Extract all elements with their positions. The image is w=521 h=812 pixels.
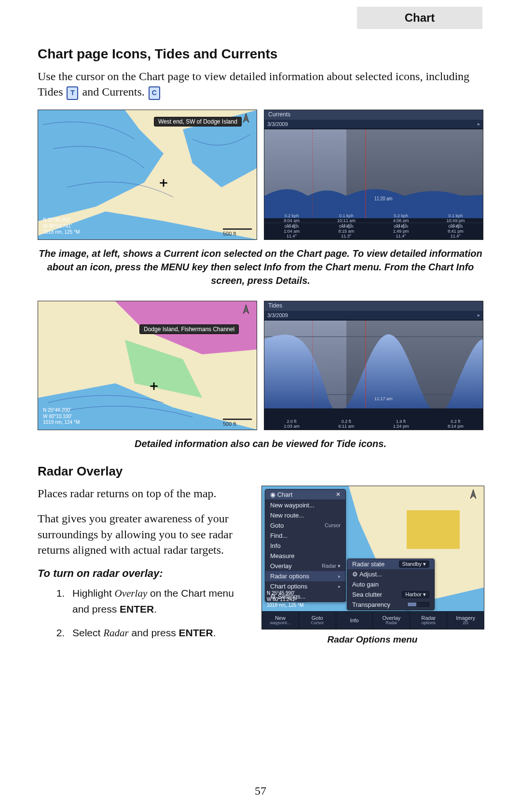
close-icon[interactable]: ✕ xyxy=(336,491,341,498)
radar-options-submenu: Radar state Standby ▾ ⚙ Adjust... Auto g… xyxy=(347,559,435,610)
tides-date: 3/3/2009 xyxy=(267,312,288,318)
caption-3: Radar Options menu xyxy=(261,634,483,645)
tides-cols: 2.0 ft1:03 am 0.2 ft6:11 am 1.9 ft1:24 p… xyxy=(264,418,483,430)
date-chev-icon[interactable]: ▸ xyxy=(478,121,480,126)
figure-row-1: West end, SW of Dodge Island ＋ N 25°46.3… xyxy=(38,110,483,240)
north-indicator-icon-2 xyxy=(240,304,252,319)
menu-overlay[interactable]: OverlayRadar ▾ xyxy=(265,561,345,571)
softkey-imagery[interactable]: Imagery2D xyxy=(447,612,484,629)
menu-radar-options[interactable]: Radar options▸ xyxy=(265,571,345,581)
position-overlay-3: N 25°45.990' W 80°11.241' 1018 nm, 125 °… xyxy=(267,590,303,609)
chart-screenshot-2: Dodge Island, Fishermans Channel ＋ N 25°… xyxy=(38,301,257,430)
submenu-radar-state[interactable]: Radar state Standby ▾ xyxy=(347,559,434,569)
softkey-radar-options[interactable]: Radaroptions xyxy=(410,612,447,629)
location-label-1: West end, SW of Dodge Island xyxy=(154,117,242,126)
radar-text-col: Places radar returns on top of the map. … xyxy=(38,486,252,650)
currents-cols-bottom: 0.0 kph1:04 am11.4° 0.0 kph8:15 am11.3° … xyxy=(264,223,483,239)
radar-p1: Places radar returns on top of the map. xyxy=(38,486,252,501)
menu-find[interactable]: Find... xyxy=(265,531,345,541)
lat-text: N 25°46.358' xyxy=(43,217,80,224)
scale-bar-1: 500 ft xyxy=(223,228,252,237)
intro-text-b: and Currents. xyxy=(82,85,144,98)
north-indicator-icon xyxy=(240,113,252,127)
nav-text: 1018 nm, 125 °M xyxy=(43,229,80,236)
tide-icon: T xyxy=(67,86,78,100)
cursor-icon-2: ＋ xyxy=(147,377,161,395)
intro-paragraph: Use the cursor on the Chart page to view… xyxy=(38,69,483,100)
tides-title: Tides xyxy=(264,301,483,311)
radar-p2: That gives you greater awareness of your… xyxy=(38,511,252,558)
tides-panel: Tides 3/3/2009 ▸ xyxy=(264,301,483,430)
currents-date: 3/3/2009 xyxy=(267,121,288,127)
radar-subhead: To turn on radar overlay: xyxy=(38,567,252,580)
submenu-transparency[interactable]: Transparency xyxy=(347,600,434,610)
figure-row-2: Dodge Island, Fishermans Channel ＋ N 25°… xyxy=(38,301,483,430)
north-indicator-icon-3 xyxy=(467,489,479,504)
step-2: Select Radar and press ENTER. xyxy=(68,625,252,641)
submenu-sea-clutter[interactable]: Sea clutter Harbor ▾ xyxy=(347,589,434,600)
date-chev-icon-2[interactable]: ▸ xyxy=(478,312,480,318)
location-label-2: Dodge Island, Fishermans Channel xyxy=(139,324,239,334)
submenu-adjust[interactable]: ⚙ Adjust... xyxy=(347,569,434,579)
tides-date-row: 3/3/2009 ▸ xyxy=(264,311,483,320)
location-label-text-2: Dodge Island, Fishermans Channel xyxy=(144,326,234,333)
softkey-new-waypoint[interactable]: Newwaypoint... xyxy=(262,612,299,629)
step-1: Highlight Overlay on the Chart menu and … xyxy=(68,586,252,616)
menu-info[interactable]: Info xyxy=(265,541,345,551)
menu-new-waypoint[interactable]: New waypoint... xyxy=(265,500,345,510)
marker-time-text: 11:20 am xyxy=(374,196,392,201)
caption-2: Detailed information also can be viewed … xyxy=(38,437,483,450)
submenu-auto-gain[interactable]: Auto gain xyxy=(347,579,434,589)
tides-graph: 11:17 am xyxy=(264,321,483,408)
radar-screenshot: ◉ Chart ✕ New waypoint... New route... G… xyxy=(261,486,484,630)
scale-bar-2: 500 ft xyxy=(223,419,252,427)
chart-menu: ◉ Chart ✕ New waypoint... New route... G… xyxy=(265,489,346,602)
position-overlay-1: N 25°46.358' W 80°10.741' 1018 nm, 125 °… xyxy=(43,217,80,236)
section-title-1: Chart page Icons, Tides and Currents xyxy=(38,46,483,62)
steps-list: Highlight Overlay on the Chart menu and … xyxy=(38,586,252,641)
section-title-2: Radar Overlay xyxy=(38,464,483,479)
menu-goto[interactable]: GotoCursor xyxy=(265,520,345,531)
menu-new-route[interactable]: New route... xyxy=(265,510,345,520)
scale-text: 500 ft xyxy=(223,231,236,237)
softkey-overlay[interactable]: OverlayRadar xyxy=(373,612,410,629)
svg-text:11:17 am: 11:17 am xyxy=(374,396,392,401)
menu-measure[interactable]: Measure xyxy=(265,551,345,561)
position-overlay-2: N 25°46.200' W 80°10.100' 1019 nm, 124 °… xyxy=(43,407,80,426)
chapter-tab: Chart xyxy=(357,7,482,29)
currents-panel: Currents 3/3/2009 ▸ 11:20 am xyxy=(264,110,483,240)
page: Chart Chart page Icons, Tides and Curren… xyxy=(0,0,521,812)
radar-figure-col: ◉ Chart ✕ New waypoint... New route... G… xyxy=(261,486,483,645)
currents-title: Currents xyxy=(264,110,483,120)
chart-screenshot-1: West end, SW of Dodge Island ＋ N 25°46.3… xyxy=(38,110,257,240)
current-icon: C xyxy=(149,86,160,100)
menu-chart-options[interactable]: Chart options▸ xyxy=(265,581,345,591)
location-label-text: West end, SW of Dodge Island xyxy=(158,118,237,125)
lon-text: W 80°10.741' xyxy=(43,224,80,230)
content: Chart page Icons, Tides and Currents Use… xyxy=(0,0,521,650)
radar-two-col: Places radar returns on top of the map. … xyxy=(38,486,483,650)
softkey-bar: Newwaypoint... GotoCursor Info OverlayRa… xyxy=(262,611,484,629)
menu-header: ◉ Chart ✕ xyxy=(265,490,345,500)
currents-date-row: 3/3/2009 ▸ xyxy=(264,120,483,128)
softkey-info[interactable]: Info xyxy=(336,612,373,629)
page-number: 57 xyxy=(0,784,521,798)
softkey-goto[interactable]: GotoCursor xyxy=(299,612,336,629)
caption-1: The image, at left, shows a Current icon… xyxy=(38,247,483,287)
svg-rect-15 xyxy=(407,510,460,549)
currents-graph: 11:20 am xyxy=(264,129,483,218)
cursor-icon: ＋ xyxy=(157,173,170,192)
